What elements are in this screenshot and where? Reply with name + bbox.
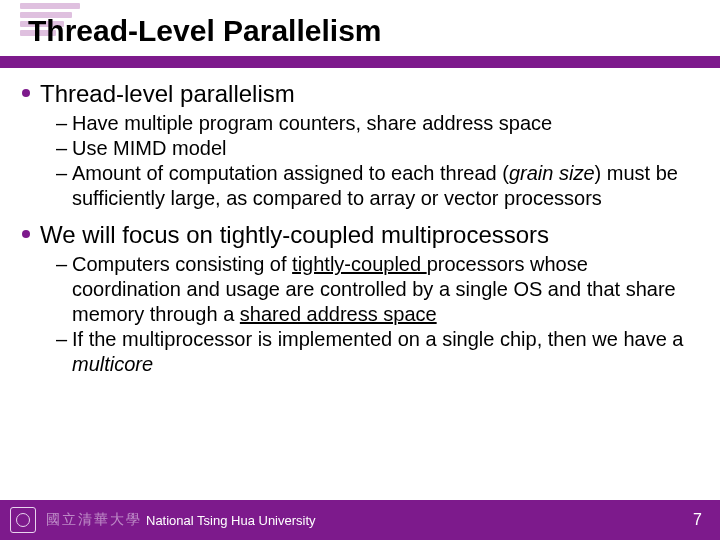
text-fragment: Amount of computation assigned to each t…: [72, 162, 509, 184]
sub-bullet-text: Computers consisting of tightly-coupled …: [72, 252, 700, 327]
text-fragment: Computers consisting of: [72, 253, 292, 275]
sub-bullet-list: – Computers consisting of tightly-couple…: [56, 252, 700, 377]
bullet-dot-icon: [22, 230, 30, 238]
sub-bullet-text: Use MIMD model: [72, 136, 226, 161]
sub-bullet-item: – Computers consisting of tightly-couple…: [56, 252, 700, 327]
bullet-item: Thread-level parallelism – Have multiple…: [22, 78, 700, 211]
footer-bar: 國立清華大學 National Tsing Hua University 7: [0, 500, 720, 540]
sub-bullet-text: Amount of computation assigned to each t…: [72, 161, 700, 211]
sub-bullet-text: If the multiprocessor is implemented on …: [72, 327, 700, 377]
page-number: 7: [693, 511, 702, 529]
text-fragment: If the multiprocessor is implemented on …: [72, 328, 683, 350]
sub-bullet-item: – Use MIMD model: [56, 136, 700, 161]
dash-icon: –: [56, 136, 70, 161]
bullet-text: Thread-level parallelism: [40, 78, 295, 109]
university-name-cn: 國立清華大學: [46, 511, 142, 529]
university-emblem-icon: [10, 507, 36, 533]
title-area: Thread-Level Parallelism: [28, 14, 700, 47]
underlined-text: tightly-coupled: [292, 253, 427, 275]
slide: Thread-Level Parallelism Thread-level pa…: [0, 0, 720, 540]
sub-bullet-item: – Have multiple program counters, share …: [56, 111, 700, 136]
bullet-dot-icon: [22, 89, 30, 97]
underlined-text: shared address space: [240, 303, 437, 325]
bullet-text: We will focus on tightly-coupled multipr…: [40, 219, 549, 250]
sub-bullet-list: – Have multiple program counters, share …: [56, 111, 700, 211]
dash-icon: –: [56, 111, 70, 136]
content-area: Thread-level parallelism – Have multiple…: [22, 78, 700, 385]
university-name: National Tsing Hua University: [146, 513, 316, 528]
title-underline-bar: [0, 56, 720, 68]
dash-icon: –: [56, 252, 70, 277]
italic-text: grain size: [509, 162, 595, 184]
slide-title: Thread-Level Parallelism: [28, 14, 700, 47]
italic-text: multicore: [72, 353, 153, 375]
sub-bullet-item: – If the multiprocessor is implemented o…: [56, 327, 700, 377]
sub-bullet-item: – Amount of computation assigned to each…: [56, 161, 700, 211]
dash-icon: –: [56, 161, 70, 186]
bullet-list: Thread-level parallelism – Have multiple…: [22, 78, 700, 377]
bullet-item: We will focus on tightly-coupled multipr…: [22, 219, 700, 377]
sub-bullet-text: Have multiple program counters, share ad…: [72, 111, 552, 136]
dash-icon: –: [56, 327, 70, 352]
